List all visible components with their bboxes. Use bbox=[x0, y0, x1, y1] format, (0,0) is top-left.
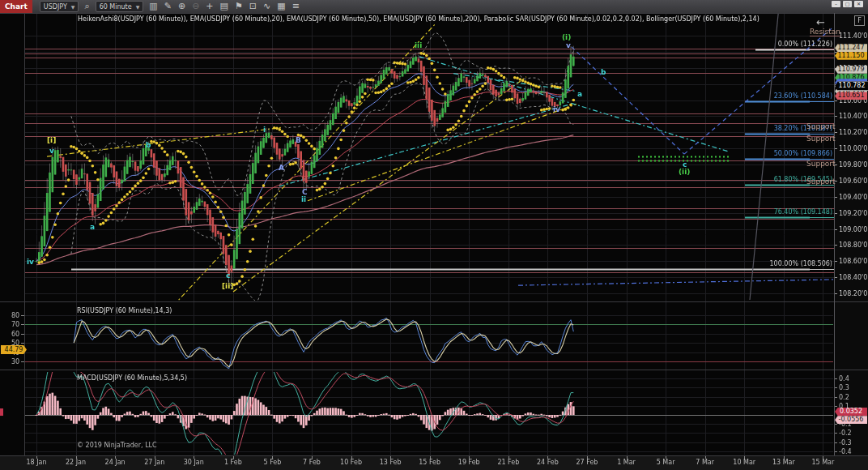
properties-icon[interactable]: ≡ bbox=[292, 1, 300, 12]
macd-label: MACD(USDJPY (60 Minute),5,34,5) bbox=[77, 374, 187, 382]
snapshot-icon[interactable]: ⊡ bbox=[249, 1, 257, 12]
resistance-label: Resistan bbox=[810, 28, 840, 36]
chart-canvas[interactable] bbox=[0, 0, 868, 470]
report-icon[interactable]: ▦ bbox=[277, 1, 285, 12]
maximize-button[interactable]: ▢ bbox=[843, 1, 852, 7]
copyright-label: © 2019 NinjaTrader, LLC bbox=[77, 442, 157, 450]
close-button[interactable]: ✕ bbox=[854, 1, 863, 7]
instrument-selector[interactable]: USDJPY ▼ bbox=[40, 1, 79, 12]
fixed-scale-button[interactable]: F bbox=[854, 15, 865, 26]
chevron-down-icon: ▼ bbox=[71, 4, 75, 10]
left-arrow-icon: ← bbox=[816, 17, 825, 28]
search-icon[interactable]: ⌕ bbox=[84, 1, 89, 12]
draw-icon[interactable]: ✎ bbox=[164, 1, 172, 12]
zoom-out-icon[interactable]: ⊖ bbox=[192, 1, 199, 12]
toolbar: Chart USDJPY ▼ ⌕ 60 Minute ▼ ▥✎⊕⊖+▤⚑⊡∿▦≡… bbox=[0, 0, 868, 13]
notes-icon[interactable]: ▤ bbox=[220, 1, 228, 12]
minimize-button[interactable]: – bbox=[832, 1, 840, 7]
interval-selector[interactable]: 60 Minute ▼ bbox=[96, 1, 144, 12]
instrument-label: USDJPY bbox=[44, 3, 67, 11]
chart-style-icon[interactable]: ▥ bbox=[149, 1, 157, 12]
indicators-icon[interactable]: ∿ bbox=[263, 1, 270, 12]
indicator-label: HeikenAshi8(USDJPY (60 Minute)), EMA(USD… bbox=[78, 15, 760, 24]
interval-label: 60 Minute bbox=[100, 3, 132, 11]
rsi-marker: 44.79 bbox=[1, 345, 27, 354]
chevron-down-icon: ▼ bbox=[136, 4, 140, 10]
tab-chart[interactable]: Chart bbox=[0, 0, 32, 13]
zoom-in-icon[interactable]: ⊕ bbox=[178, 1, 185, 12]
crosshair-icon[interactable]: + bbox=[206, 1, 213, 12]
alert-icon[interactable]: ⚑ bbox=[235, 1, 243, 12]
rsi-label: RSI(USDJPY (60 Minute),14,3) bbox=[77, 307, 172, 315]
